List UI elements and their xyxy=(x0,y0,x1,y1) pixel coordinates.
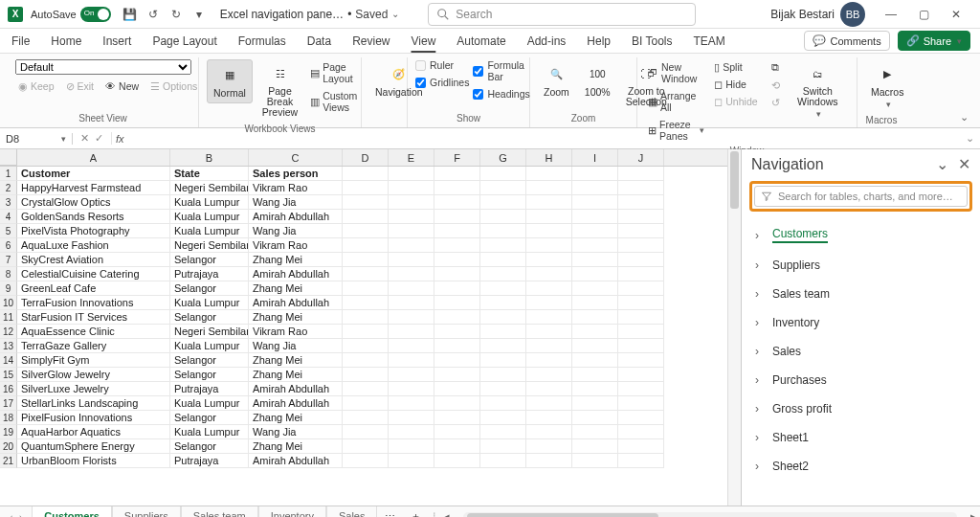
cell[interactable] xyxy=(526,281,572,296)
cell[interactable] xyxy=(434,224,480,238)
cell[interactable] xyxy=(434,253,480,267)
cell[interactable]: PixelVista Photography xyxy=(17,224,170,238)
column-header-E[interactable]: E xyxy=(389,149,434,166)
column-headers[interactable]: ABCDEFGHIJ xyxy=(0,149,727,167)
cell[interactable] xyxy=(480,195,526,210)
cell[interactable] xyxy=(434,167,480,181)
cell[interactable] xyxy=(480,368,526,382)
gridlines-checkbox[interactable]: Gridlines xyxy=(415,77,469,88)
cell[interactable] xyxy=(343,382,389,396)
cell[interactable] xyxy=(618,368,664,382)
cell[interactable] xyxy=(526,253,572,267)
save-icon[interactable]: 💾 xyxy=(122,6,139,23)
switch-windows-button[interactable]: 🗂Switch Windows▾ xyxy=(787,59,849,123)
tab-bi-tools[interactable]: BI Tools xyxy=(630,31,674,52)
cell[interactable] xyxy=(618,195,664,210)
cell[interactable] xyxy=(434,267,480,281)
tab-help[interactable]: Help xyxy=(585,31,612,52)
cell[interactable] xyxy=(480,382,526,396)
cell[interactable] xyxy=(618,296,664,310)
cell[interactable] xyxy=(434,325,480,339)
sheet-tab-customers[interactable]: Customers xyxy=(32,506,111,517)
cell[interactable]: SimplyFit Gym xyxy=(17,353,170,368)
row-header[interactable]: 16 xyxy=(0,382,17,396)
cell[interactable] xyxy=(480,210,526,224)
view-side-by-side-button[interactable]: ⧉ xyxy=(768,59,783,76)
row-header[interactable]: 14 xyxy=(0,353,17,368)
cell[interactable] xyxy=(526,325,572,339)
cell[interactable]: Selangor xyxy=(170,439,249,454)
cell[interactable] xyxy=(618,253,664,267)
zoom-100-button[interactable]: 100100% xyxy=(579,59,616,101)
cell[interactable] xyxy=(389,339,434,353)
cell[interactable] xyxy=(343,253,389,267)
cell[interactable] xyxy=(618,382,664,396)
cell[interactable] xyxy=(389,425,434,439)
select-all-corner[interactable] xyxy=(0,149,17,166)
cell[interactable] xyxy=(526,267,572,281)
nav-item-sheet1[interactable]: ›Sheet1 xyxy=(742,423,980,452)
cell[interactable] xyxy=(618,353,664,368)
zoom-button[interactable]: 🔍Zoom xyxy=(538,59,575,101)
cell[interactable]: SkyCrest Aviation xyxy=(17,253,170,267)
cell[interactable]: Kuala Lumpur xyxy=(170,339,249,353)
maximize-icon[interactable]: ▢ xyxy=(907,1,940,28)
cell[interactable]: Putrajaya xyxy=(170,267,249,281)
cell[interactable]: Negeri Sembilan xyxy=(170,238,249,253)
cell[interactable] xyxy=(480,238,526,253)
tab-view[interactable]: View xyxy=(410,31,438,52)
cell[interactable] xyxy=(572,339,618,353)
cell[interactable] xyxy=(434,439,480,454)
cell[interactable]: Amirah Abdullah xyxy=(249,267,343,281)
row-header[interactable]: 21 xyxy=(0,454,17,468)
cell[interactable]: Selangor xyxy=(170,368,249,382)
fx-label[interactable]: fx xyxy=(112,133,128,145)
cell[interactable] xyxy=(618,210,664,224)
cell[interactable] xyxy=(618,339,664,353)
tab-automate[interactable]: Automate xyxy=(455,31,507,52)
cell[interactable] xyxy=(572,238,618,253)
cell[interactable]: Wang Jia xyxy=(249,425,343,439)
autosave-toggle[interactable]: AutoSave On xyxy=(31,7,111,22)
cell[interactable] xyxy=(618,238,664,253)
cell[interactable] xyxy=(389,224,434,238)
column-header-G[interactable]: G xyxy=(480,149,526,166)
cell[interactable]: QuantumSphere Energy xyxy=(17,439,170,454)
cell[interactable] xyxy=(618,181,664,195)
cell[interactable] xyxy=(434,281,480,296)
cell[interactable] xyxy=(526,382,572,396)
custom-views-button[interactable]: ▥ Custom Views xyxy=(307,88,360,115)
cell[interactable]: CelestialCuisine Catering xyxy=(17,267,170,281)
cell[interactable] xyxy=(572,411,618,425)
cell[interactable] xyxy=(389,167,434,181)
share-button[interactable]: 🔗 Share ▾ xyxy=(898,31,970,51)
cell[interactable] xyxy=(343,353,389,368)
cell[interactable]: Vikram Rao xyxy=(249,325,343,339)
column-header-C[interactable]: C xyxy=(249,149,343,166)
add-sheet-icon[interactable]: ＋ xyxy=(403,509,429,517)
cell[interactable] xyxy=(434,368,480,382)
cell[interactable] xyxy=(343,325,389,339)
cell[interactable] xyxy=(618,454,664,468)
collapse-ribbon-icon[interactable]: ⌄ xyxy=(960,111,969,124)
cell[interactable] xyxy=(618,425,664,439)
cell[interactable] xyxy=(389,325,434,339)
hscroll-left-icon[interactable]: ◂ xyxy=(440,510,454,517)
new-window-button[interactable]: 🗗 New Window xyxy=(645,59,707,86)
cell[interactable] xyxy=(572,181,618,195)
cell[interactable]: Amirah Abdullah xyxy=(249,396,343,411)
cell[interactable]: Wang Jia xyxy=(249,195,343,210)
cell[interactable]: Customer xyxy=(17,167,170,181)
cell[interactable] xyxy=(343,181,389,195)
cell[interactable] xyxy=(389,396,434,411)
cell[interactable] xyxy=(434,425,480,439)
cell[interactable] xyxy=(480,353,526,368)
cell[interactable] xyxy=(526,411,572,425)
row-header[interactable]: 1 xyxy=(0,167,17,181)
row-header[interactable]: 12 xyxy=(0,325,17,339)
cell[interactable] xyxy=(343,454,389,468)
horizontal-scrollbar[interactable] xyxy=(463,512,957,518)
cell[interactable] xyxy=(572,353,618,368)
cell[interactable]: Negeri Sembilan xyxy=(170,181,249,195)
cell[interactable] xyxy=(389,181,434,195)
